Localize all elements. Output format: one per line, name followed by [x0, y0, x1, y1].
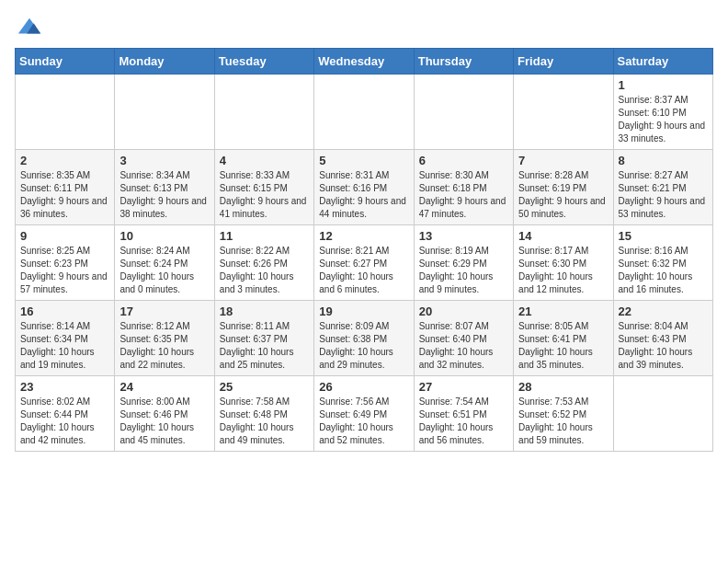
- day-info: Sunrise: 8:27 AM Sunset: 6:21 PM Dayligh…: [619, 169, 708, 221]
- day-number: 2: [20, 154, 109, 167]
- day-info: Sunrise: 8:34 AM Sunset: 6:13 PM Dayligh…: [119, 169, 209, 221]
- calendar-week-5: 23Sunrise: 8:02 AM Sunset: 6:44 PM Dayli…: [16, 376, 713, 452]
- day-number: 1: [619, 78, 708, 92]
- day-number: 13: [419, 229, 508, 243]
- day-number: 3: [119, 154, 209, 167]
- calendar-table: SundayMondayTuesdayWednesdayThursdayFrid…: [15, 48, 713, 452]
- calendar-cell: 10Sunrise: 8:24 AM Sunset: 6:24 PM Dayli…: [115, 225, 214, 301]
- calendar-header-row: SundayMondayTuesdayWednesdayThursdayFrid…: [16, 49, 713, 75]
- calendar-cell: [16, 75, 115, 150]
- page-header: [15, 15, 713, 40]
- calendar-cell: 9Sunrise: 8:25 AM Sunset: 6:23 PM Daylig…: [16, 225, 115, 301]
- day-info: Sunrise: 8:19 AM Sunset: 6:29 PM Dayligh…: [419, 245, 508, 296]
- day-number: 24: [119, 380, 209, 394]
- day-number: 22: [619, 304, 708, 318]
- calendar-cell: 8Sunrise: 8:27 AM Sunset: 6:21 PM Daylig…: [613, 150, 712, 225]
- calendar-week-1: 1Sunrise: 8:37 AM Sunset: 6:10 PM Daylig…: [16, 75, 713, 150]
- day-header-tuesday: Tuesday: [214, 49, 313, 75]
- day-info: Sunrise: 8:00 AM Sunset: 6:46 PM Dayligh…: [119, 396, 209, 447]
- calendar-cell: 28Sunrise: 7:53 AM Sunset: 6:52 PM Dayli…: [514, 376, 613, 452]
- calendar-cell: [314, 75, 414, 150]
- calendar-cell: 6Sunrise: 8:30 AM Sunset: 6:18 PM Daylig…: [414, 150, 513, 225]
- calendar-week-2: 2Sunrise: 8:35 AM Sunset: 6:11 PM Daylig…: [16, 150, 713, 225]
- calendar-week-4: 16Sunrise: 8:14 AM Sunset: 6:34 PM Dayli…: [16, 301, 713, 376]
- day-number: 26: [319, 380, 408, 394]
- calendar-cell: 12Sunrise: 8:21 AM Sunset: 6:27 PM Dayli…: [314, 225, 414, 301]
- calendar-cell: 23Sunrise: 8:02 AM Sunset: 6:44 PM Dayli…: [16, 376, 115, 452]
- day-info: Sunrise: 8:25 AM Sunset: 6:23 PM Dayligh…: [20, 245, 109, 296]
- day-number: 16: [20, 304, 109, 318]
- calendar-cell: 22Sunrise: 8:04 AM Sunset: 6:43 PM Dayli…: [613, 301, 712, 376]
- calendar-cell: 1Sunrise: 8:37 AM Sunset: 6:10 PM Daylig…: [613, 75, 712, 150]
- calendar-cell: 2Sunrise: 8:35 AM Sunset: 6:11 PM Daylig…: [16, 150, 115, 225]
- calendar-cell: [414, 75, 513, 150]
- calendar-cell: 13Sunrise: 8:19 AM Sunset: 6:29 PM Dayli…: [414, 225, 513, 301]
- calendar-cell: 24Sunrise: 8:00 AM Sunset: 6:46 PM Dayli…: [115, 376, 214, 452]
- day-number: 19: [319, 304, 408, 318]
- day-header-monday: Monday: [115, 49, 214, 75]
- day-info: Sunrise: 7:54 AM Sunset: 6:51 PM Dayligh…: [419, 396, 508, 447]
- calendar-cell: 15Sunrise: 8:16 AM Sunset: 6:32 PM Dayli…: [613, 225, 712, 301]
- day-number: 18: [220, 304, 309, 318]
- day-number: 9: [20, 229, 109, 243]
- day-info: Sunrise: 8:09 AM Sunset: 6:38 PM Dayligh…: [319, 320, 408, 372]
- calendar-cell: 5Sunrise: 8:31 AM Sunset: 6:16 PM Daylig…: [314, 150, 414, 225]
- calendar-week-3: 9Sunrise: 8:25 AM Sunset: 6:23 PM Daylig…: [16, 225, 713, 301]
- day-number: 14: [518, 229, 608, 243]
- day-info: Sunrise: 8:35 AM Sunset: 6:11 PM Dayligh…: [20, 169, 109, 221]
- day-info: Sunrise: 7:53 AM Sunset: 6:52 PM Dayligh…: [518, 396, 608, 447]
- calendar-cell: 25Sunrise: 7:58 AM Sunset: 6:48 PM Dayli…: [214, 376, 313, 452]
- day-info: Sunrise: 8:17 AM Sunset: 6:30 PM Dayligh…: [518, 245, 608, 296]
- logo: [15, 15, 42, 40]
- day-info: Sunrise: 8:11 AM Sunset: 6:37 PM Dayligh…: [220, 320, 309, 372]
- day-info: Sunrise: 8:24 AM Sunset: 6:24 PM Dayligh…: [119, 245, 209, 296]
- day-number: 20: [419, 304, 508, 318]
- day-number: 6: [419, 154, 508, 167]
- day-header-friday: Friday: [514, 49, 613, 75]
- day-info: Sunrise: 8:31 AM Sunset: 6:16 PM Dayligh…: [319, 169, 408, 221]
- calendar-cell: 16Sunrise: 8:14 AM Sunset: 6:34 PM Dayli…: [16, 301, 115, 376]
- day-info: Sunrise: 8:14 AM Sunset: 6:34 PM Dayligh…: [20, 320, 109, 372]
- day-number: 23: [20, 380, 109, 394]
- calendar-cell: 7Sunrise: 8:28 AM Sunset: 6:19 PM Daylig…: [514, 150, 613, 225]
- day-info: Sunrise: 8:21 AM Sunset: 6:27 PM Dayligh…: [319, 245, 408, 296]
- day-info: Sunrise: 8:30 AM Sunset: 6:18 PM Dayligh…: [419, 169, 508, 221]
- day-header-wednesday: Wednesday: [314, 49, 414, 75]
- day-info: Sunrise: 8:04 AM Sunset: 6:43 PM Dayligh…: [619, 320, 708, 372]
- day-number: 7: [518, 154, 608, 167]
- day-info: Sunrise: 8:07 AM Sunset: 6:40 PM Dayligh…: [419, 320, 508, 372]
- calendar-cell: 17Sunrise: 8:12 AM Sunset: 6:35 PM Dayli…: [115, 301, 214, 376]
- day-number: 5: [319, 154, 408, 167]
- day-number: 28: [518, 380, 608, 394]
- day-info: Sunrise: 7:56 AM Sunset: 6:49 PM Dayligh…: [319, 396, 408, 447]
- day-number: 12: [319, 229, 408, 243]
- calendar-cell: 27Sunrise: 7:54 AM Sunset: 6:51 PM Dayli…: [414, 376, 513, 452]
- calendar-cell: [514, 75, 613, 150]
- calendar-cell: 3Sunrise: 8:34 AM Sunset: 6:13 PM Daylig…: [115, 150, 214, 225]
- calendar-cell: 4Sunrise: 8:33 AM Sunset: 6:15 PM Daylig…: [214, 150, 313, 225]
- day-number: 15: [619, 229, 708, 243]
- day-info: Sunrise: 8:16 AM Sunset: 6:32 PM Dayligh…: [619, 245, 708, 296]
- calendar-cell: [214, 75, 313, 150]
- day-info: Sunrise: 8:33 AM Sunset: 6:15 PM Dayligh…: [220, 169, 309, 221]
- day-header-saturday: Saturday: [613, 49, 712, 75]
- calendar-cell: 19Sunrise: 8:09 AM Sunset: 6:38 PM Dayli…: [314, 301, 414, 376]
- calendar-cell: 11Sunrise: 8:22 AM Sunset: 6:26 PM Dayli…: [214, 225, 313, 301]
- logo-icon: [17, 15, 42, 40]
- calendar-cell: [613, 376, 712, 452]
- calendar-cell: 18Sunrise: 8:11 AM Sunset: 6:37 PM Dayli…: [214, 301, 313, 376]
- day-number: 25: [220, 380, 309, 394]
- calendar-cell: 26Sunrise: 7:56 AM Sunset: 6:49 PM Dayli…: [314, 376, 414, 452]
- day-info: Sunrise: 8:12 AM Sunset: 6:35 PM Dayligh…: [119, 320, 209, 372]
- day-number: 10: [119, 229, 209, 243]
- day-number: 11: [220, 229, 309, 243]
- day-info: Sunrise: 8:22 AM Sunset: 6:26 PM Dayligh…: [220, 245, 309, 296]
- day-info: Sunrise: 8:37 AM Sunset: 6:10 PM Dayligh…: [619, 94, 708, 145]
- day-number: 4: [220, 154, 309, 167]
- calendar-cell: 14Sunrise: 8:17 AM Sunset: 6:30 PM Dayli…: [514, 225, 613, 301]
- day-number: 8: [619, 154, 708, 167]
- day-info: Sunrise: 8:02 AM Sunset: 6:44 PM Dayligh…: [20, 396, 109, 447]
- day-number: 27: [419, 380, 508, 394]
- calendar-cell: 21Sunrise: 8:05 AM Sunset: 6:41 PM Dayli…: [514, 301, 613, 376]
- calendar-cell: [115, 75, 214, 150]
